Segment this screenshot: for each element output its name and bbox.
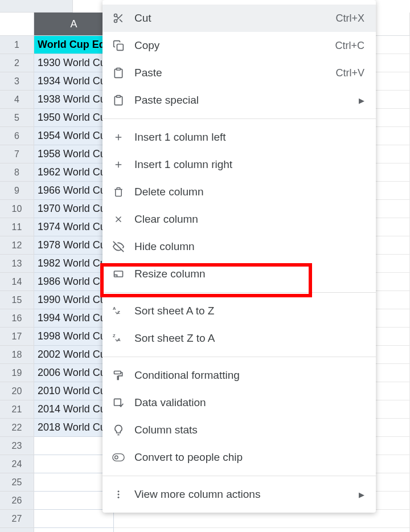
menu-insert-right[interactable]: Insert 1 column right [102,151,376,178]
cell-a16[interactable]: 1994 World Cup [34,309,114,328]
row-header[interactable]: 26 [0,492,34,510]
cell-rest[interactable] [114,528,410,532]
menu-copy[interactable]: Copy Ctrl+C [102,32,376,59]
menu-more-actions[interactable]: View more column actions ▶ [102,481,376,508]
menu-more-actions-label: View more column actions [134,488,359,501]
row-header[interactable]: 10 [0,200,34,218]
sort-za-icon: ZA [112,332,125,345]
row-header[interactable]: 14 [0,273,34,291]
svg-point-23 [115,456,118,459]
svg-rect-20 [114,371,121,374]
row-header[interactable]: 17 [0,328,34,346]
cell-a12[interactable]: 1978 World Cup [34,236,114,255]
cell-a15[interactable]: 1990 World Cup [34,291,114,309]
cell-a21[interactable]: 2014 World Cup [34,400,114,419]
row-header[interactable]: 3 [0,72,34,91]
cell-a3[interactable]: 1934 World Cup [34,72,114,91]
menu-divider [102,118,376,119]
row-header[interactable]: 22 [0,419,34,437]
cell-a9[interactable]: 1966 World Cup [34,182,114,200]
menu-column-stats[interactable]: Column stats [102,416,376,444]
select-all-corner[interactable] [0,13,34,36]
menu-insert-left-label: Insert 1 column left [134,131,364,144]
row-header[interactable]: 5 [0,109,34,127]
cell-a13[interactable]: 1982 World Cup [34,255,114,273]
clipboard-special-icon [112,93,125,107]
menu-insert-left[interactable]: Insert 1 column left [102,124,376,151]
row-header[interactable]: 25 [0,473,34,492]
cell-a14[interactable]: 1986 World Cup [34,273,114,291]
menu-resize-column[interactable]: Resize column [102,260,376,288]
menu-sort-az[interactable]: AZ Sort sheet A to Z [102,297,376,325]
resize-icon [112,267,125,281]
cell-a7[interactable]: 1958 World Cup [34,145,114,163]
menu-paste[interactable]: Paste Ctrl+V [102,59,376,87]
row-header[interactable]: 13 [0,255,34,273]
row-header[interactable]: 12 [0,236,34,255]
row-header[interactable]: 11 [0,218,34,236]
cell-a24[interactable] [34,455,114,473]
svg-rect-15 [114,271,123,277]
row-header[interactable]: 24 [0,455,34,473]
row-header[interactable]: 9 [0,182,34,200]
cell-a10[interactable]: 1970 World Cup [34,200,114,218]
row-header[interactable]: 19 [0,364,34,382]
cell-a25[interactable] [34,473,114,492]
cell-a2[interactable]: 1930 World Cup [34,54,114,72]
row-header[interactable]: 21 [0,400,34,419]
cell-a22[interactable]: 2018 World Cup [34,419,114,437]
cell-a17[interactable]: 1998 World Cup [34,328,114,346]
menu-delete-column[interactable]: Delete column [102,178,376,206]
cell-a6[interactable]: 1954 World Cup [34,127,114,145]
row-header[interactable]: 18 [0,346,34,364]
sort-az-icon: AZ [112,304,125,318]
x-icon [112,212,125,226]
paint-roller-icon [112,369,125,382]
row-header[interactable]: 20 [0,382,34,400]
cell-a8[interactable]: 1962 World Cup [34,163,114,182]
menu-clear-column[interactable]: Clear column [102,206,376,233]
plus-icon [112,158,125,171]
menu-divider [102,292,376,293]
menu-data-validation[interactable]: Data validation [102,389,376,416]
cell-a20[interactable]: 2010 World Cup [34,382,114,400]
cell-a27[interactable] [34,510,114,528]
cell-a23[interactable] [34,437,114,455]
row-header[interactable]: 15 [0,291,34,309]
svg-rect-6 [117,68,121,70]
row-header[interactable]: 8 [0,163,34,182]
cell-a18[interactable]: 2002 World Cup [34,346,114,364]
row-header[interactable]: 16 [0,309,34,328]
cell-a28[interactable] [34,528,114,532]
menu-copy-shortcut: Ctrl+C [335,40,364,52]
menu-conditional-formatting-label: Conditional formatting [134,369,364,382]
svg-rect-21 [114,399,121,406]
menu-resize-column-label: Resize column [134,268,364,280]
cell-a5[interactable]: 1950 World Cup [34,109,114,127]
cell-a11[interactable]: 1974 World Cup [34,218,114,236]
menu-sort-za[interactable]: ZA Sort sheet Z to A [102,325,376,352]
row-header[interactable]: 2 [0,54,34,72]
person-chip-icon [112,451,125,464]
row-header[interactable]: 27 [0,510,34,528]
row-header[interactable]: 6 [0,127,34,145]
row-header[interactable]: 28 [0,528,34,532]
cell-a19[interactable]: 2006 World Cup [34,364,114,382]
svg-point-26 [118,497,120,498]
row-header[interactable]: 1 [0,36,34,54]
menu-paste-special[interactable]: Paste special ▶ [102,87,376,114]
menu-people-chip[interactable]: Convert to people chip [102,444,376,471]
row-header[interactable]: 7 [0,145,34,163]
cell-a4[interactable]: 1938 World Cup [34,91,114,109]
column-header-a[interactable]: A [34,13,114,36]
menu-cut[interactable]: Cut Ctrl+X [102,5,376,32]
menu-column-stats-label: Column stats [134,424,364,436]
row-header[interactable]: 4 [0,91,34,109]
cell-a26[interactable] [34,492,114,510]
menu-cut-label: Cut [134,12,335,24]
menu-hide-column[interactable]: Hide column [102,233,376,260]
menu-conditional-formatting[interactable]: Conditional formatting [102,362,376,389]
trash-icon [112,185,125,199]
row-header[interactable]: 23 [0,437,34,455]
cell-a1[interactable]: World Cup Editions [34,36,114,54]
